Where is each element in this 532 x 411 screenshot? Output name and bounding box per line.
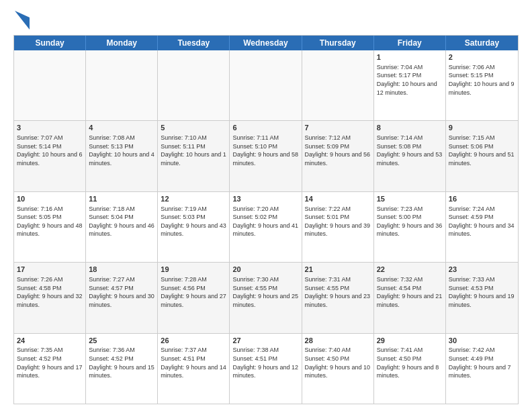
- header-sunday: Sunday: [14, 36, 86, 50]
- cell-info: Sunrise: 7:07 AM Sunset: 5:14 PM Dayligh…: [17, 134, 83, 167]
- calendar-header: Sunday Monday Tuesday Wednesday Thursday…: [14, 36, 518, 50]
- calendar-cell-r4-c2: 26Sunrise: 7:37 AM Sunset: 4:51 PM Dayli…: [158, 334, 230, 404]
- cell-info: Sunrise: 7:18 AM Sunset: 5:04 PM Dayligh…: [89, 205, 154, 238]
- calendar-cell-r1-c1: 4Sunrise: 7:08 AM Sunset: 5:13 PM Daylig…: [86, 121, 158, 191]
- calendar-cell-r4-c4: 28Sunrise: 7:40 AM Sunset: 4:50 PM Dayli…: [302, 334, 374, 404]
- day-number: 4: [89, 123, 154, 133]
- calendar-cell-r2-c4: 14Sunrise: 7:22 AM Sunset: 5:01 PM Dayli…: [302, 192, 374, 262]
- cell-info: Sunrise: 7:27 AM Sunset: 4:57 PM Dayligh…: [89, 275, 154, 309]
- calendar-cell-r0-c4: [302, 50, 374, 120]
- day-number: 30: [449, 336, 515, 346]
- cell-info: Sunrise: 7:04 AM Sunset: 5:17 PM Dayligh…: [377, 63, 443, 97]
- cell-info: Sunrise: 7:41 AM Sunset: 4:50 PM Dayligh…: [377, 346, 443, 379]
- cell-info: Sunrise: 7:23 AM Sunset: 5:00 PM Dayligh…: [377, 205, 443, 238]
- cell-info: Sunrise: 7:08 AM Sunset: 5:13 PM Dayligh…: [89, 134, 154, 167]
- calendar-cell-r1-c6: 9Sunrise: 7:15 AM Sunset: 5:06 PM Daylig…: [446, 121, 518, 191]
- cell-info: Sunrise: 7:35 AM Sunset: 4:52 PM Dayligh…: [17, 346, 83, 379]
- calendar-cell-r0-c3: [230, 50, 302, 120]
- day-number: 5: [161, 123, 226, 133]
- calendar: Sunday Monday Tuesday Wednesday Thursday…: [13, 35, 519, 404]
- calendar-cell-r3-c6: 23Sunrise: 7:33 AM Sunset: 4:53 PM Dayli…: [446, 263, 518, 332]
- calendar-cell-r0-c5: 1Sunrise: 7:04 AM Sunset: 5:17 PM Daylig…: [374, 50, 446, 120]
- logo: [13, 11, 30, 30]
- svg-marker-0: [15, 11, 30, 30]
- day-number: 9: [449, 123, 515, 133]
- calendar-cell-r0-c6: 2Sunrise: 7:06 AM Sunset: 5:15 PM Daylig…: [446, 50, 518, 120]
- header-saturday: Saturday: [446, 36, 518, 50]
- header-friday: Friday: [374, 36, 446, 50]
- cell-info: Sunrise: 7:22 AM Sunset: 5:01 PM Dayligh…: [305, 205, 371, 238]
- calendar-row-5: 24Sunrise: 7:35 AM Sunset: 4:52 PM Dayli…: [14, 333, 518, 404]
- day-number: 17: [17, 265, 83, 275]
- calendar-cell-r3-c2: 19Sunrise: 7:28 AM Sunset: 4:56 PM Dayli…: [158, 263, 230, 332]
- cell-info: Sunrise: 7:20 AM Sunset: 5:02 PM Dayligh…: [232, 205, 298, 238]
- calendar-cell-r4-c6: 30Sunrise: 7:42 AM Sunset: 4:49 PM Dayli…: [446, 334, 518, 404]
- day-number: 2: [449, 52, 515, 62]
- cell-info: Sunrise: 7:06 AM Sunset: 5:15 PM Dayligh…: [449, 63, 515, 97]
- day-number: 22: [377, 265, 443, 275]
- cell-info: Sunrise: 7:31 AM Sunset: 4:55 PM Dayligh…: [305, 275, 371, 309]
- calendar-cell-r1-c5: 8Sunrise: 7:14 AM Sunset: 5:08 PM Daylig…: [374, 121, 446, 191]
- cell-info: Sunrise: 7:32 AM Sunset: 4:54 PM Dayligh…: [377, 275, 443, 309]
- calendar-cell-r2-c6: 16Sunrise: 7:24 AM Sunset: 4:59 PM Dayli…: [446, 192, 518, 262]
- calendar-cell-r3-c5: 22Sunrise: 7:32 AM Sunset: 4:54 PM Dayli…: [374, 263, 446, 332]
- calendar-cell-r0-c0: [14, 50, 86, 120]
- day-number: 14: [305, 194, 371, 204]
- calendar-cell-r0-c2: [158, 50, 230, 120]
- day-number: 27: [232, 336, 298, 346]
- calendar-cell-r4-c3: 27Sunrise: 7:38 AM Sunset: 4:51 PM Dayli…: [230, 334, 302, 404]
- day-number: 29: [377, 336, 443, 346]
- calendar-cell-r1-c0: 3Sunrise: 7:07 AM Sunset: 5:14 PM Daylig…: [14, 121, 86, 191]
- header-wednesday: Wednesday: [230, 36, 302, 50]
- cell-info: Sunrise: 7:30 AM Sunset: 4:55 PM Dayligh…: [232, 275, 298, 309]
- calendar-cell-r2-c5: 15Sunrise: 7:23 AM Sunset: 5:00 PM Dayli…: [374, 192, 446, 262]
- day-number: 8: [377, 123, 443, 133]
- day-number: 6: [232, 123, 298, 133]
- day-number: 19: [161, 265, 226, 275]
- cell-info: Sunrise: 7:36 AM Sunset: 4:52 PM Dayligh…: [89, 346, 154, 379]
- header-monday: Monday: [86, 36, 158, 50]
- cell-info: Sunrise: 7:14 AM Sunset: 5:08 PM Dayligh…: [377, 134, 443, 167]
- calendar-cell-r2-c0: 10Sunrise: 7:16 AM Sunset: 5:05 PM Dayli…: [14, 192, 86, 262]
- cell-info: Sunrise: 7:24 AM Sunset: 4:59 PM Dayligh…: [449, 205, 515, 238]
- calendar-cell-r4-c5: 29Sunrise: 7:41 AM Sunset: 4:50 PM Dayli…: [374, 334, 446, 404]
- day-number: 10: [17, 194, 83, 204]
- day-number: 7: [305, 123, 371, 133]
- calendar-cell-r0-c1: [86, 50, 158, 120]
- cell-info: Sunrise: 7:10 AM Sunset: 5:11 PM Dayligh…: [161, 134, 226, 167]
- cell-info: Sunrise: 7:28 AM Sunset: 4:56 PM Dayligh…: [161, 275, 226, 309]
- cell-info: Sunrise: 7:38 AM Sunset: 4:51 PM Dayligh…: [232, 346, 298, 379]
- calendar-cell-r4-c1: 25Sunrise: 7:36 AM Sunset: 4:52 PM Dayli…: [86, 334, 158, 404]
- calendar-cell-r3-c4: 21Sunrise: 7:31 AM Sunset: 4:55 PM Dayli…: [302, 263, 374, 332]
- calendar-row-1: 1Sunrise: 7:04 AM Sunset: 5:17 PM Daylig…: [14, 50, 518, 120]
- day-number: 21: [305, 265, 371, 275]
- day-number: 1: [377, 52, 443, 62]
- calendar-cell-r3-c1: 18Sunrise: 7:27 AM Sunset: 4:57 PM Dayli…: [86, 263, 158, 332]
- header: [13, 11, 519, 30]
- cell-info: Sunrise: 7:12 AM Sunset: 5:09 PM Dayligh…: [305, 134, 371, 167]
- page: Sunday Monday Tuesday Wednesday Thursday…: [0, 0, 532, 411]
- cell-info: Sunrise: 7:19 AM Sunset: 5:03 PM Dayligh…: [161, 205, 226, 238]
- day-number: 18: [89, 265, 154, 275]
- calendar-cell-r3-c3: 20Sunrise: 7:30 AM Sunset: 4:55 PM Dayli…: [230, 263, 302, 332]
- day-number: 15: [377, 194, 443, 204]
- calendar-row-2: 3Sunrise: 7:07 AM Sunset: 5:14 PM Daylig…: [14, 120, 518, 191]
- cell-info: Sunrise: 7:33 AM Sunset: 4:53 PM Dayligh…: [449, 275, 515, 309]
- day-number: 20: [232, 265, 298, 275]
- cell-info: Sunrise: 7:11 AM Sunset: 5:10 PM Dayligh…: [232, 134, 298, 167]
- calendar-body: 1Sunrise: 7:04 AM Sunset: 5:17 PM Daylig…: [14, 50, 518, 404]
- header-tuesday: Tuesday: [158, 36, 230, 50]
- calendar-cell-r1-c2: 5Sunrise: 7:10 AM Sunset: 5:11 PM Daylig…: [158, 121, 230, 191]
- cell-info: Sunrise: 7:26 AM Sunset: 4:58 PM Dayligh…: [17, 275, 83, 309]
- calendar-cell-r1-c4: 7Sunrise: 7:12 AM Sunset: 5:09 PM Daylig…: [302, 121, 374, 191]
- cell-info: Sunrise: 7:42 AM Sunset: 4:49 PM Dayligh…: [449, 346, 515, 379]
- day-number: 16: [449, 194, 515, 204]
- day-number: 24: [17, 336, 83, 346]
- cell-info: Sunrise: 7:15 AM Sunset: 5:06 PM Dayligh…: [449, 134, 515, 167]
- day-number: 23: [449, 265, 515, 275]
- day-number: 11: [89, 194, 154, 204]
- header-thursday: Thursday: [302, 36, 374, 50]
- day-number: 25: [89, 336, 154, 346]
- calendar-cell-r4-c0: 24Sunrise: 7:35 AM Sunset: 4:52 PM Dayli…: [14, 334, 86, 404]
- cell-info: Sunrise: 7:16 AM Sunset: 5:05 PM Dayligh…: [17, 205, 83, 238]
